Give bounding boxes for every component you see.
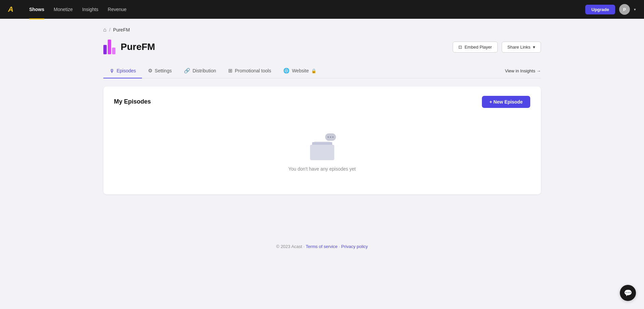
privacy-link[interactable]: Privacy policy [341,244,368,249]
empty-text: You don't have any episodes yet [288,166,356,172]
bubble-dot-2 [330,136,331,138]
show-header: PureFM ⊡ Embed Player Share Links ▾ [103,40,541,54]
top-navigation: A Shows Monetize Insights Revenue Upgrad… [0,0,644,19]
empty-illustration [307,133,337,160]
lock-icon: 🔒 [311,68,316,73]
bubble-dot-1 [328,136,329,138]
nav-right: Upgrade P ▾ [585,4,636,15]
logo-bar-1 [103,45,107,54]
tab-website[interactable]: 🌐 Website 🔒 [277,64,323,78]
tab-distribution-label: Distribution [193,68,216,73]
empty-tray [310,145,334,160]
show-name: PureFM [121,42,155,52]
empty-bubble [325,133,336,141]
tab-distribution[interactable]: 🔗 Distribution [178,64,222,78]
main-page: ⌂ / PureFM PureFM ⊡ Embed Player Share L… [87,19,557,210]
bubble-dot-3 [332,136,334,138]
tab-promotional[interactable]: ⊞ Promotional tools [222,64,277,78]
website-icon: 🌐 [283,68,290,74]
distribution-icon: 🔗 [184,68,190,74]
home-icon[interactable]: ⌂ [103,27,107,33]
nav-link-shows[interactable]: Shows [29,5,44,13]
empty-state: You don't have any episodes yet [114,117,530,185]
nav-link-monetize[interactable]: Monetize [54,5,73,13]
tab-promotional-label: Promotional tools [235,68,271,73]
embed-player-button[interactable]: ⊡ Embed Player [453,42,498,53]
tab-episodes[interactable]: 🎙 Episodes [103,64,142,78]
new-episode-button[interactable]: + New Episode [482,96,530,108]
chat-icon: 💬 [624,289,632,297]
logo-bar-2 [108,40,111,54]
user-menu-caret[interactable]: ▾ [634,7,636,12]
upgrade-button[interactable]: Upgrade [585,5,615,14]
copyright: © 2023 Acast · [276,244,305,249]
episodes-card: My Episodes + New Episode You don't have… [103,86,541,194]
episodes-icon: 🎙 [109,68,114,74]
nav-link-insights[interactable]: Insights [82,5,98,13]
promotional-icon: ⊞ [228,68,233,74]
breadcrumb: ⌂ / PureFM [103,27,541,33]
nav-links: Shows Monetize Insights Revenue [29,5,575,13]
show-logo [103,40,115,54]
tab-website-label: Website [292,68,309,73]
tabs-left: 🎙 Episodes ⚙ Settings 🔗 Distribution ⊞ P… [103,64,323,78]
embed-label: Embed Player [464,45,492,50]
tab-bar: 🎙 Episodes ⚙ Settings 🔗 Distribution ⊞ P… [103,64,541,78]
tab-settings[interactable]: ⚙ Settings [142,64,178,78]
breadcrumb-separator: / [109,27,110,33]
chat-bubble-button[interactable]: 💬 [620,285,636,301]
view-insights-link[interactable]: View in Insights → [505,68,541,73]
tab-settings-label: Settings [155,68,172,73]
show-actions: ⊡ Embed Player Share Links ▾ [453,42,541,53]
footer: © 2023 Acast · Terms of service · Privac… [0,237,644,256]
terms-link[interactable]: Terms of service [306,244,338,249]
show-title-area: PureFM [103,40,155,54]
breadcrumb-current: PureFM [113,27,130,33]
settings-icon: ⚙ [148,68,152,74]
logo-bar-3 [112,48,115,54]
share-label: Share Links [507,45,531,50]
acast-logo: A [8,5,13,14]
avatar[interactable]: P [619,4,630,15]
nav-link-revenue[interactable]: Revenue [108,5,127,13]
episodes-header: My Episodes + New Episode [114,96,530,108]
embed-icon: ⊡ [458,45,462,50]
share-caret-icon: ▾ [533,45,535,50]
my-episodes-title: My Episodes [114,98,151,105]
share-links-button[interactable]: Share Links ▾ [502,42,541,53]
tab-episodes-label: Episodes [117,68,136,73]
footer-sep: · [339,244,341,249]
